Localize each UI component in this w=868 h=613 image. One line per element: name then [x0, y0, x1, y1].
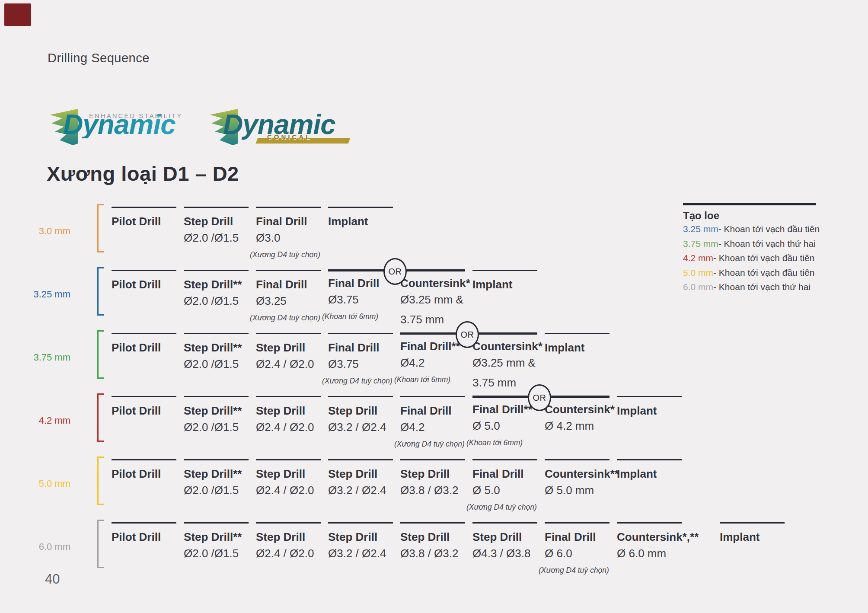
cell-overline — [256, 270, 321, 271]
drill-step-title: Step Drill** — [184, 404, 256, 418]
cell-overline — [400, 522, 465, 524]
drill-step-cell: Step Drill**Ø2.0 /Ø1.5 — [184, 333, 256, 371]
drill-row: 3.75 mmPilot DrillStep Drill**Ø2.0 /Ø1.5… — [0, 333, 868, 396]
drill-step-cell: Step DrillØ2.4 / Ø2.0 — [256, 396, 328, 434]
drill-step-title: Step Drill — [184, 215, 256, 228]
drill-step-title: Implant — [617, 467, 689, 481]
drill-step-cell: Countersink*Ø3.25 mm &3.75 mm — [400, 270, 472, 326]
dynamic-logo: ENHANCED STABILITY Dynamic — [46, 105, 195, 149]
cell-overline — [112, 333, 176, 334]
cell-overline — [472, 522, 537, 524]
drill-step-value: Ø 4.2 mm — [545, 419, 617, 433]
drill-step-cell: Countersink**Ø 5.0 mm — [545, 459, 617, 497]
cell-overline — [472, 270, 537, 271]
drill-step-cell: Step DrillØ2.4 / Ø2.0 — [256, 333, 328, 371]
cell-overline — [472, 459, 537, 460]
drill-step-value: Ø 5.0 — [472, 419, 545, 433]
drill-step-title: Countersink* — [545, 403, 617, 416]
drill-step-title: Step Drill — [400, 530, 472, 544]
cell-overline — [617, 396, 682, 397]
drill-step-cell: Pilot Drill — [112, 207, 184, 228]
drill-step-cell: Pilot Drill — [112, 333, 184, 354]
drill-step-value: Ø4.3 / Ø3.8 — [472, 547, 545, 560]
drill-step-cell: Step DrillØ3.2 / Ø2.4 — [328, 522, 400, 560]
drill-step-title: Step Drill** — [184, 530, 256, 544]
drill-step-cell: Implant — [328, 207, 400, 228]
drill-step-value: Ø2.0 /Ø1.5 — [184, 421, 256, 434]
drill-step-title: Pilot Drill — [112, 341, 184, 354]
row-cells: Pilot DrillStep Drill**Ø2.0 /Ø1.5Final D… — [112, 270, 545, 326]
drill-step-title: Implant — [545, 341, 617, 354]
drill-step-value: Ø2.4 / Ø2.0 — [256, 358, 328, 371]
drill-row: 6.0 mmPilot DrillStep Drill**Ø2.0 /Ø1.5S… — [0, 522, 868, 585]
drill-row: 3.0 mmPilot DrillStep DrillØ2.0 /Ø1.5Fin… — [0, 207, 868, 270]
drill-step-cell: Step Drill**Ø2.0 /Ø1.5 — [184, 522, 256, 560]
drill-step-cell: Implant — [720, 522, 792, 544]
drill-step-cell: Pilot Drill — [112, 459, 184, 481]
drill-row: 5.0 mmPilot DrillStep Drill**Ø2.0 /Ø1.5S… — [0, 459, 868, 522]
drill-step-value: Ø2.0 /Ø1.5 — [184, 294, 256, 308]
drill-step-cell: Step DrillØ2.4 / Ø2.0 — [256, 459, 328, 497]
drill-step-cell: Step Drill**Ø2.0 /Ø1.5 — [184, 459, 256, 497]
drill-step-value: Ø 5.0 mm — [545, 484, 617, 497]
cell-overline — [617, 459, 682, 460]
drill-step-title: Final Drill — [472, 467, 545, 481]
row-bracket — [97, 330, 105, 379]
cell-overline — [256, 207, 321, 208]
drill-step-value: Ø2.0 /Ø1.5 — [184, 547, 256, 560]
drill-step-value: Ø3.2 / Ø2.4 — [328, 421, 400, 434]
cell-overline — [184, 270, 249, 271]
drill-step-title: Implant — [720, 530, 792, 544]
drill-step-value: Ø 6.0 — [545, 547, 617, 560]
cell-overline — [184, 207, 249, 208]
drill-step-title: Countersink*,** — [617, 530, 720, 544]
row-bracket — [97, 267, 105, 316]
cell-overline — [184, 333, 249, 334]
cell-overline — [328, 522, 393, 524]
or-badge: OR — [383, 258, 407, 285]
drill-step-title: Step Drill — [256, 341, 328, 354]
drill-step-cell: Pilot Drill — [112, 270, 184, 291]
cell-overline — [720, 522, 785, 524]
drill-step-value: Ø2.4 / Ø2.0 — [256, 484, 328, 497]
drill-step-cell: Final DrillØ 6.0(Xương D4 tuỳ chọn) — [545, 522, 617, 575]
drill-step-value: Ø3.25 mm & — [472, 356, 545, 370]
drill-step-title: Step Drill — [256, 530, 328, 544]
drill-step-title: Implant — [472, 278, 545, 291]
drill-step-title: Countersink* — [400, 277, 472, 290]
drill-step-cell: Step DrillØ3.2 / Ø2.4 — [328, 459, 400, 497]
drill-step-title: Final Drill — [256, 278, 328, 291]
cell-overline — [184, 459, 249, 460]
row-label: 6.0 mm — [17, 541, 70, 552]
drill-step-cell: Final DrillØ 5.0(Xương D4 tuỳ chọn) — [472, 459, 545, 512]
drill-step-value: Ø2.4 / Ø2.0 — [256, 421, 328, 434]
drill-row: 4.2 mmPilot DrillStep Drill**Ø2.0 /Ø1.5S… — [0, 396, 868, 459]
cell-overline — [112, 270, 176, 271]
drill-step-note: (Khoan tới 6mm) — [322, 312, 400, 321]
drill-step-title: Step Drill** — [184, 278, 256, 291]
logo-subtext: CONICAL — [267, 133, 312, 140]
or-group: ORFinal DrillØ3.75(Khoan tới 6mm)Counter… — [328, 270, 472, 326]
drill-step-title: Step Drill — [328, 404, 400, 418]
drill-step-cell: Final DrillØ3.25(Xương D4 tuỳ chọn) — [256, 270, 328, 322]
drill-step-value: Ø3.0 — [256, 231, 328, 245]
cell-overline — [256, 522, 321, 524]
drill-step-title: Countersink* — [472, 340, 545, 353]
cell-overline — [256, 459, 321, 460]
drill-step-cell: Implant — [545, 333, 617, 354]
cell-overline — [112, 459, 176, 460]
drill-step-note: (Xương D4 tuỳ chọn) — [250, 313, 328, 322]
drill-step-title: Final Drill — [328, 341, 400, 354]
row-bracket — [97, 520, 105, 568]
drill-step-value: Ø2.0 /Ø1.5 — [184, 484, 256, 497]
drill-step-title: Pilot Drill — [112, 467, 184, 481]
drill-step-title: Implant — [617, 404, 689, 418]
row-label: 3.0 mm — [17, 226, 70, 237]
row-label: 4.2 mm — [17, 415, 70, 426]
drill-step-cell: Final DrillØ3.75(Xương D4 tuỳ chọn) — [328, 333, 400, 386]
drill-step-cell: Pilot Drill — [112, 522, 184, 544]
drill-row: 3.25 mmPilot DrillStep Drill**Ø2.0 /Ø1.5… — [0, 270, 868, 333]
row-cells: Pilot DrillStep Drill**Ø2.0 /Ø1.5Step Dr… — [112, 459, 689, 512]
row-label: 3.25 mm — [17, 289, 70, 300]
drill-step-title: Countersink** — [545, 467, 617, 481]
